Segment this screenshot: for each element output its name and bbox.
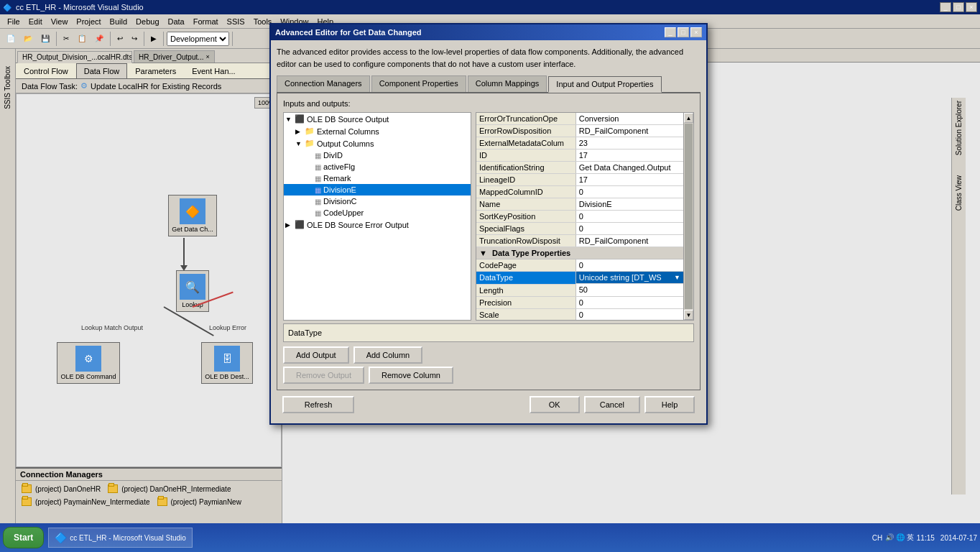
menu-build[interactable]: Build <box>106 16 131 27</box>
tree-item-divisionc[interactable]: ▦ DivisionC <box>284 196 471 207</box>
ok-button[interactable]: OK <box>530 396 580 413</box>
toolbar-save[interactable]: 💾 <box>37 32 53 45</box>
tree-item-activeflg[interactable]: ▦ activeFlg <box>284 161 471 172</box>
expander-oledb[interactable]: ▼ <box>285 116 294 123</box>
toolbar-copy[interactable]: 📋 <box>74 32 90 45</box>
conn-item-paymian[interactable]: (project) PaymianNew <box>154 496 244 507</box>
conn-item-paymain[interactable]: (project) PaymainNew_Intermediate <box>19 496 153 507</box>
expander-error[interactable]: ▶ <box>285 221 294 229</box>
dialog-tab-conn-managers[interactable]: Connection Managers <box>277 75 370 92</box>
prop-row-extmeta: ExternalMetadataColum 23 <box>476 137 683 150</box>
menu-edit[interactable]: Edit <box>24 16 47 27</box>
tree-item-codeupper[interactable]: ▦ CodeUpper <box>284 207 471 218</box>
expander-output-cols[interactable]: ▼ <box>295 140 304 147</box>
prop-name-sortkey: SortKeyPosition <box>476 211 575 223</box>
inputs-outputs-label: Inputs and outputs: <box>283 99 694 108</box>
section-expand-icon[interactable]: ▼ <box>479 249 487 257</box>
prop-name-precision: Precision <box>476 296 575 308</box>
tree-item-divisione[interactable]: ▦ DivisionE <box>284 184 471 196</box>
folder-icon-paymain <box>22 497 32 506</box>
scroll-thumb[interactable] <box>685 124 693 309</box>
conn-label-paymian: (project) PaymianNew <box>171 498 241 506</box>
expander-external[interactable]: ▶ <box>295 128 304 135</box>
menu-data[interactable]: Data <box>164 16 189 27</box>
refresh-button[interactable]: Refresh <box>282 396 354 413</box>
dialog-restore[interactable]: □ <box>678 27 689 37</box>
prop-value-scale: 0 <box>575 308 683 320</box>
prop-row-identstr: IdentificationString Get Data Changed.Ou… <box>476 162 683 174</box>
tree-item-remark[interactable]: ▦ Remark <box>284 172 471 184</box>
section-datatype-header: ▼ Data Type Properties <box>476 247 683 259</box>
prop-value-datatype: Unicode string [DT_WS ▼ <box>576 272 683 284</box>
start-button[interactable]: Start <box>3 527 44 548</box>
tree-item-output-cols[interactable]: ▼ 📁 Output Columns <box>284 137 471 150</box>
toolbar-paste[interactable]: 📌 <box>91 32 107 45</box>
node-oledb-command[interactable]: ⚙ OLE DB Command <box>56 342 121 384</box>
toolbar-cut[interactable]: ✂ <box>60 32 73 45</box>
add-column-button[interactable]: Add Column <box>353 346 423 364</box>
prop-value-identstr: Get Data Changed.Output <box>575 162 683 174</box>
dialog-minimize[interactable]: _ <box>665 27 676 37</box>
conn-item-danone[interactable]: (project) DanOneHR <box>19 483 103 494</box>
dialog-close-button[interactable]: × <box>690 27 702 37</box>
scroll-up[interactable]: ▲ <box>684 113 693 123</box>
remove-output-button[interactable]: Remove Output <box>283 367 364 384</box>
prop-name-id: ID <box>476 150 575 162</box>
remove-column-button[interactable]: Remove Column <box>369 367 453 384</box>
tab-control-flow[interactable]: Control Flow <box>16 63 76 78</box>
dialog-tab-column-mappings[interactable]: Column Mappings <box>468 75 547 92</box>
breadcrumb-label: Data Flow Task: <box>22 82 78 91</box>
scroll-down[interactable]: ▼ <box>684 310 693 320</box>
tab-hr-output[interactable]: HR_Output_Division_...ocalHR.dtsx [Desig… <box>17 51 132 63</box>
tree-item-external-cols[interactable]: ▶ 📁 External Columns <box>284 125 471 137</box>
props-content: ErrorOrTruncationOpe Conversion ErrorRow… <box>476 113 683 320</box>
close-button[interactable]: × <box>966 2 977 12</box>
menu-debug[interactable]: Debug <box>131 16 163 27</box>
tree-item-oledb-error[interactable]: ▶ ⬛ OLE DB Source Error Output <box>284 218 471 231</box>
node-oledb-dest[interactable]: 🗄 OLE DB Dest... <box>195 342 259 384</box>
conn-item-danone-inter[interactable]: (project) DanOneHR_Intermediate <box>105 483 234 494</box>
taskbar-item-vs[interactable]: 🔷cc ETL_HR - Microsoft Visual Studio <box>48 528 193 548</box>
toolbar-redo[interactable]: ↪ <box>128 32 141 45</box>
toolbar-undo[interactable]: ↩ <box>114 32 126 45</box>
menu-file[interactable]: File <box>3 16 24 27</box>
dialog-tab-input-output[interactable]: Input and Output Properties <box>548 76 661 93</box>
property-info-text: DataType <box>288 328 322 337</box>
help-button[interactable]: Help <box>644 396 695 413</box>
dialog-tab-component-props[interactable]: Component Properties <box>371 75 466 92</box>
minimize-button[interactable]: _ <box>940 2 951 12</box>
node-get-data-changed[interactable]: 🔶 Get Data Ch... <box>160 195 225 236</box>
cancel-button[interactable]: Cancel <box>584 396 640 413</box>
toolbox-label: SSIS Toolbox <box>2 63 13 112</box>
restore-button[interactable]: □ <box>953 2 964 12</box>
icon-codeupper: ▦ <box>315 209 321 217</box>
tree-item-oledb-output[interactable]: ▼ ⬛ OLE DB Source Output <box>284 113 471 125</box>
tab-data-flow[interactable]: Data Flow <box>76 63 128 78</box>
environment-dropdown[interactable]: Development <box>167 32 229 46</box>
toolbar-run[interactable]: ▶ <box>147 32 160 45</box>
conn-label-danone: (project) DanOneHR <box>35 485 101 493</box>
menu-format[interactable]: Format <box>189 16 223 27</box>
add-output-button[interactable]: Add Output <box>283 346 349 364</box>
menu-view[interactable]: View <box>47 16 73 27</box>
props-scrollbar[interactable]: ▲ ▼ <box>683 113 693 320</box>
prop-name-extmeta: ExternalMetadataColum <box>476 137 575 150</box>
menu-ssis[interactable]: SSIS <box>223 16 249 27</box>
folder-icon-danone <box>22 484 32 493</box>
tab-close-hr-driver[interactable]: × <box>206 53 210 60</box>
menu-project[interactable]: Project <box>72 16 105 27</box>
datatype-dropdown[interactable]: ▼ <box>674 274 680 281</box>
tree-item-divid[interactable]: ▦ DivID <box>284 150 471 161</box>
prop-row-datatype[interactable]: DataType Unicode string [DT_WS ▼ <box>476 272 683 285</box>
tab-parameters[interactable]: Parameters <box>127 63 184 78</box>
toolbar-open[interactable]: 📂 <box>20 32 36 45</box>
prop-name-identstr: IdentificationString <box>476 162 575 174</box>
breadcrumb-icon: ⚙ <box>80 81 88 91</box>
prop-name-length: Length <box>476 284 575 296</box>
tab-event-han[interactable]: Event Han... <box>184 63 244 78</box>
label-divisione: DivisionE <box>323 185 356 194</box>
toolbar-new[interactable]: 📄 <box>3 32 19 45</box>
label-oledb-output: OLE DB Source Output <box>307 115 389 124</box>
tab-hr-driver[interactable]: HR_Driver_Output... × <box>134 50 215 63</box>
prop-name-codepage: CodePage <box>476 259 575 272</box>
